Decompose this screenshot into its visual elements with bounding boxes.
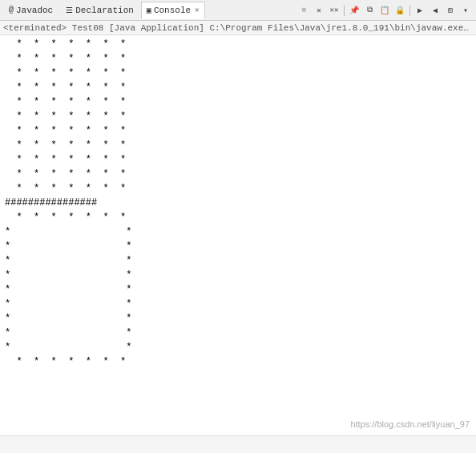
console-line: * * * * * * * xyxy=(5,152,471,167)
console-line: ################ xyxy=(5,196,471,210)
remove-button[interactable]: ✕ xyxy=(312,3,326,18)
console-line: * * xyxy=(5,311,471,326)
console-line: * * * * * * * xyxy=(5,80,471,95)
scroll-lock-button[interactable]: 🔒 xyxy=(393,3,407,18)
copy-button[interactable]: ⧉ xyxy=(362,3,377,18)
prev-button[interactable]: ◀ xyxy=(428,3,442,18)
declaration-icon: ☰ xyxy=(66,6,73,15)
console-line: * * * * * * * xyxy=(5,354,471,369)
console-line: * * xyxy=(5,340,471,354)
console-line: * * xyxy=(5,224,471,239)
watermark: https://blog.csdn.net/liyuan_97 xyxy=(350,419,470,429)
tab-javadoc-label: Javadoc xyxy=(16,6,53,15)
toolbar-sep-2 xyxy=(409,5,410,16)
console-icon: ▣ xyxy=(147,6,151,15)
console-line: * * xyxy=(5,253,471,268)
tab-console[interactable]: ▣ Console ✕ xyxy=(141,2,205,19)
console-line: * * * * * * * xyxy=(5,123,471,138)
console-line: * * * * * * * xyxy=(5,109,471,123)
console-line: * * * * * * * xyxy=(5,95,471,109)
console-line: * * * * * * * xyxy=(5,138,471,152)
console-line: * * xyxy=(5,297,471,311)
console-line: * * * * * * * xyxy=(5,210,471,224)
status-bar: <terminated> Test08 [Java Application] C… xyxy=(0,21,476,35)
stop-button[interactable]: ■ xyxy=(296,3,311,18)
tab-bar: @ Javadoc ☰ Declaration ▣ Console ✕ ■ ✕ … xyxy=(0,0,476,21)
console-line: * * * * * * * xyxy=(5,51,471,66)
tab-declaration[interactable]: ☰ Declaration xyxy=(60,2,139,19)
paste-button[interactable]: 📋 xyxy=(377,3,392,18)
javadoc-icon: @ xyxy=(9,6,14,14)
tab-declaration-label: Declaration xyxy=(75,6,134,15)
remove-all-button[interactable]: ✕✕ xyxy=(327,3,341,18)
console-line: * * xyxy=(5,282,471,297)
tab-console-label: Console xyxy=(154,6,191,15)
tab-javadoc[interactable]: @ Javadoc xyxy=(3,2,58,19)
console-line: * * * * * * * xyxy=(5,167,471,181)
toolbar-sep-1 xyxy=(344,5,345,16)
console-line: * * * * * * * xyxy=(5,37,471,51)
console-line: * * * * * * * xyxy=(5,66,471,80)
console-close-icon[interactable]: ✕ xyxy=(195,6,199,14)
menu-button[interactable]: ▾ xyxy=(458,3,473,18)
console-line: * * xyxy=(5,268,471,282)
pin-button[interactable]: 📌 xyxy=(347,3,361,18)
toolbar-icons: ■ ✕ ✕✕ 📌 ⧉ 📋 🔒 ▶ ◀ ⊞ ▾ xyxy=(296,3,473,18)
next-button[interactable]: ▶ xyxy=(413,3,427,18)
status-text: <terminated> Test08 [Java Application] C… xyxy=(3,23,476,33)
bottom-area xyxy=(0,435,476,453)
console-line: * * xyxy=(5,326,471,340)
open-console-button[interactable]: ⊞ xyxy=(443,3,458,18)
console-line: * * * * * * * xyxy=(5,181,471,196)
console-content[interactable]: * * * * * * * * * * * * * * * * * * * * … xyxy=(0,35,476,435)
console-line: * * xyxy=(5,239,471,253)
